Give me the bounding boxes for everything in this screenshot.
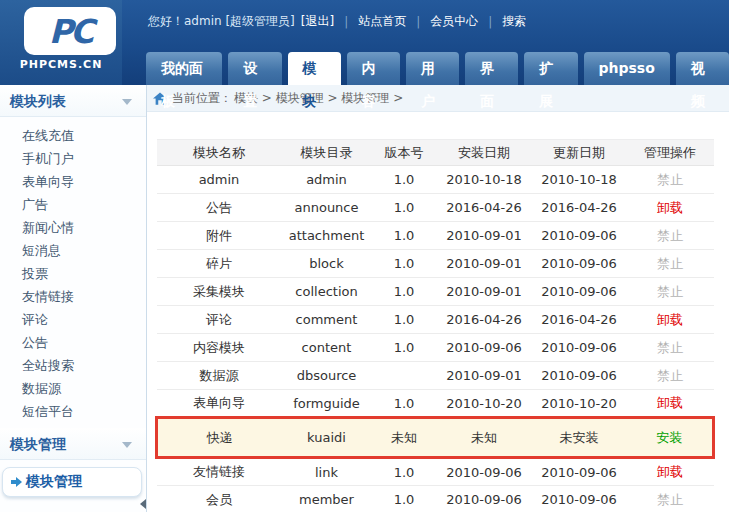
table-row: 碎片 block 1.0 2010-09-01 2010-09-06 禁止 <box>157 250 714 278</box>
sidebar-item[interactable]: 广告 <box>0 193 146 216</box>
top-header: PC PHPCMS.CN 您好！admin [超级管理员] [退出] |站点首页… <box>0 0 729 85</box>
action-link[interactable]: 禁止 <box>657 340 683 355</box>
sidebar-item[interactable]: 公告 <box>0 331 146 354</box>
action-link[interactable]: 禁止 <box>657 368 683 383</box>
table-row: 快递 kuaidi 未知 未知 未安装 安装 <box>157 418 714 458</box>
cell-module-dir: attachment <box>282 222 372 250</box>
sidebar-item[interactable]: 友情链接 <box>0 285 146 308</box>
cell-version: 1.0 <box>372 334 437 362</box>
cell-update-date: 2010-09-06 <box>532 222 627 250</box>
cell-install-date: 2010-09-06 <box>437 486 532 512</box>
sidebar-item[interactable]: 手机门户 <box>0 147 146 170</box>
table-row: admin admin 1.0 2010-10-18 2010-10-18 禁止 <box>157 166 714 194</box>
sidebar-item[interactable]: 短信平台 <box>0 400 146 423</box>
nav-tab[interactable]: 内容 <box>347 52 400 85</box>
nav-tab[interactable]: phpsso <box>584 52 670 85</box>
breadcrumb-path[interactable]: 模块 > 模块管理 > 模块管理 > <box>234 90 403 107</box>
cell-module-name: 快递 <box>157 418 282 458</box>
user-bar-link[interactable]: 搜索 <box>502 13 526 30</box>
nav-tab[interactable]: 扩展 <box>524 52 577 85</box>
cell-update-date: 2010-09-06 <box>532 334 627 362</box>
cell-install-date: 2010-09-01 <box>437 362 532 390</box>
cell-install-date: 未知 <box>437 418 532 458</box>
action-link[interactable]: 卸载 <box>657 395 683 410</box>
cell-update-date: 2010-10-18 <box>532 166 627 194</box>
cell-module-dir: admin <box>282 166 372 194</box>
logout-link[interactable]: [退出] <box>301 13 334 30</box>
cell-install-date: 2010-09-01 <box>437 278 532 306</box>
sidebar-item[interactable]: 全站搜索 <box>0 354 146 377</box>
action-link[interactable]: 卸载 <box>657 200 683 215</box>
sidebar-group-header[interactable]: 模块管理 <box>0 428 146 460</box>
cell-version: 1.0 <box>372 306 437 334</box>
sidebar-item[interactable]: 投票 <box>0 262 146 285</box>
cell-update-date: 未安装 <box>532 418 627 458</box>
column-header: 模块名称 <box>157 140 282 166</box>
cell-version: 未知 <box>372 418 437 458</box>
action-link[interactable]: 禁止 <box>657 492 683 507</box>
cell-version <box>372 362 437 390</box>
action-link[interactable]: 禁止 <box>657 228 683 243</box>
logo-text: PHPCMS.CN <box>0 58 122 71</box>
cell-module-name: 数据源 <box>157 362 282 390</box>
action-link[interactable]: 禁止 <box>657 172 683 187</box>
sidebar: 模块列表 在线充值手机门户表单向导广告新闻心情短消息投票友情链接评论公告全站搜索… <box>0 85 147 512</box>
cell-module-name: 会员 <box>157 486 282 512</box>
cell-update-date: 2016-04-26 <box>532 194 627 222</box>
column-header: 更新日期 <box>532 140 627 166</box>
user-bar-link[interactable]: 会员中心 <box>430 13 478 30</box>
arrow-right-icon <box>16 477 22 487</box>
module-table: 模块名称模块目录版本号安装日期更新日期管理操作 admin admin 1.0 … <box>155 139 715 512</box>
nav-tab[interactable]: 界面 <box>465 52 518 85</box>
sidebar-item[interactable]: 评论 <box>0 308 146 331</box>
cell-module-name: 采集模块 <box>157 278 282 306</box>
action-link[interactable]: 禁止 <box>657 256 683 271</box>
cell-module-name: 表单向导 <box>157 390 282 418</box>
cell-module-dir: formguide <box>282 390 372 418</box>
action-link[interactable]: 禁止 <box>657 284 683 299</box>
table-row: 附件 attachment 1.0 2010-09-01 2010-09-06 … <box>157 222 714 250</box>
sidebar-item-label: 模块管理 <box>26 473 82 491</box>
sidebar-group-title: 模块管理 <box>10 436 66 452</box>
action-link[interactable]: 卸载 <box>657 312 683 327</box>
cell-install-date: 2016-04-26 <box>437 306 532 334</box>
cell-module-name: 内容模块 <box>157 334 282 362</box>
cell-install-date: 2010-10-20 <box>437 390 532 418</box>
cell-install-date: 2010-09-01 <box>437 222 532 250</box>
cell-update-date: 2010-09-06 <box>532 458 627 486</box>
sidebar-item[interactable]: 在线充值 <box>0 124 146 147</box>
user-greeting: 您好！admin [超级管理员] <box>148 13 295 30</box>
sidebar-collapse-icon[interactable] <box>140 499 146 509</box>
sidebar-item-active[interactable]: 模块管理 <box>2 467 142 497</box>
nav-tab[interactable]: 我的面板 <box>146 52 222 85</box>
cell-module-name: 公告 <box>157 194 282 222</box>
cell-module-dir: block <box>282 250 372 278</box>
cell-module-dir: comment <box>282 306 372 334</box>
cell-version: 1.0 <box>372 278 437 306</box>
cell-module-name: 评论 <box>157 306 282 334</box>
nav-tab[interactable]: 设置 <box>228 52 281 85</box>
cell-update-date: 2010-10-20 <box>532 390 627 418</box>
cell-update-date: 2016-04-26 <box>532 306 627 334</box>
nav-tab[interactable]: 模块 <box>288 52 341 85</box>
cell-install-date: 2010-10-18 <box>437 166 532 194</box>
action-link[interactable]: 安装 <box>656 430 682 445</box>
action-link[interactable]: 卸载 <box>657 464 683 479</box>
nav-tab[interactable]: 用户 <box>406 52 459 85</box>
separator: | <box>344 15 348 29</box>
user-bar: 您好！admin [超级管理员] [退出] |站点首页|会员中心|搜索 <box>148 13 530 30</box>
cell-version: 1.0 <box>372 486 437 512</box>
table-row: 内容模块 content 1.0 2010-09-06 2010-09-06 禁… <box>157 334 714 362</box>
nav-tab[interactable]: 视频 <box>676 52 729 85</box>
sidebar-item[interactable]: 表单向导 <box>0 170 146 193</box>
sidebar-item[interactable]: 数据源 <box>0 377 146 400</box>
sidebar-item[interactable]: 短消息 <box>0 239 146 262</box>
table-row: 友情链接 link 1.0 2010-09-06 2010-09-06 卸载 <box>157 458 714 486</box>
sidebar-group-header[interactable]: 模块列表 <box>0 85 146 117</box>
logo-mark-text: PC <box>49 12 91 51</box>
cell-update-date: 2010-09-06 <box>532 250 627 278</box>
sidebar-item[interactable]: 新闻心情 <box>0 216 146 239</box>
content-area: 模块名称模块目录版本号安装日期更新日期管理操作 admin admin 1.0 … <box>147 112 729 512</box>
cell-version: 1.0 <box>372 390 437 418</box>
user-bar-link[interactable]: 站点首页 <box>358 13 406 30</box>
